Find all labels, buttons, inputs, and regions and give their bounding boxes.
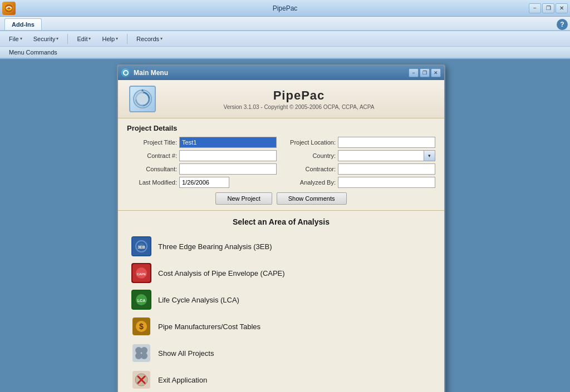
window-close[interactable]: ✕ — [431, 68, 441, 77]
analysis-item-exit[interactable]: Exit Application — [127, 366, 435, 392]
help-button[interactable]: ? — [557, 19, 568, 30]
project-location-row: Project Location: — [286, 137, 435, 148]
window-content: PipePac Version 3.1.03 - Copyright © 200… — [118, 80, 444, 392]
menu-commands[interactable]: Menu Commands — [4, 48, 62, 56]
window-controls: − ❐ ✕ — [409, 68, 441, 77]
contractor-label: Contractor: — [286, 166, 336, 172]
project-title-label: Project Title: — [127, 139, 177, 146]
contractor-input[interactable] — [338, 163, 435, 175]
menu-file[interactable]: File ▾ — [4, 34, 27, 43]
menu-edit[interactable]: Edit ▾ — [72, 34, 95, 43]
menu-records[interactable]: Records ▾ — [132, 34, 167, 43]
svg-point-20 — [141, 353, 148, 359]
project-buttons: New Project Show Comments — [127, 192, 435, 205]
contract-label: Contract #: — [127, 152, 177, 159]
analysis-item-cape[interactable]: CAPE Cost Analysis of Pipe Envelope (CAP… — [127, 260, 435, 286]
window-title: Main Menu — [134, 69, 168, 77]
ribbon-tabs: Add-Ins — [2, 17, 557, 30]
contract-row: Contract #: — [127, 150, 277, 161]
icon-3eb: 3EB — [131, 236, 151, 256]
icon-cost: $ — [131, 316, 151, 336]
window-icon-inner — [123, 70, 129, 76]
ribbon: Add-Ins ? — [0, 17, 570, 31]
icon-cape: CAPE — [131, 263, 151, 283]
restore-button[interactable]: ❐ — [542, 3, 554, 13]
right-col: Project Location: Country: ▾ Contractor: — [286, 137, 435, 188]
project-location-input[interactable] — [338, 137, 435, 148]
app-title: PipePac — [273, 4, 298, 12]
country-dropdown-btn[interactable]: ▾ — [424, 150, 435, 161]
new-project-button[interactable]: New Project — [215, 192, 272, 205]
country-label: Country: — [286, 152, 336, 159]
project-form: Project Title: Contract #: Consultant: — [127, 137, 435, 188]
app-main-title: PipePac — [165, 88, 433, 103]
app-subtitle: Version 3.1.03 - Copyright © 2005-2006 O… — [165, 104, 433, 110]
submenu-bar: Menu Commands — [0, 47, 570, 59]
analysis-section: Select an Area of Analysis 3EB Three Edg… — [118, 211, 444, 392]
label-3eb: Three Edge Bearing Analysis (3EB) — [158, 242, 272, 251]
menu-help[interactable]: Help ▾ — [97, 34, 122, 43]
records-arrow: ▾ — [160, 36, 163, 41]
icon-lca: LCA — [131, 290, 151, 310]
app-logo — [129, 86, 156, 112]
close-button[interactable]: ✕ — [556, 3, 568, 13]
last-modified-input[interactable] — [179, 177, 229, 188]
icon-projects — [131, 343, 151, 363]
svg-text:$: $ — [139, 322, 144, 331]
country-input[interactable] — [338, 150, 424, 161]
project-section: Project Details Project Title: Contract … — [118, 118, 444, 211]
svg-text:3EB: 3EB — [137, 245, 145, 249]
menu-separator-1 — [67, 34, 68, 44]
edit-arrow: ▾ — [89, 36, 91, 41]
svg-point-0 — [4, 4, 13, 13]
last-modified-label: Last Modified: — [127, 179, 177, 186]
project-title-input[interactable] — [179, 137, 277, 148]
show-comments-button[interactable]: Show Comments — [277, 192, 347, 205]
analysis-item-3eb[interactable]: 3EB Three Edge Bearing Analysis (3EB) — [127, 233, 435, 260]
security-arrow: ▾ — [56, 36, 58, 41]
window-restore[interactable]: ❐ — [420, 68, 430, 77]
window-title-left: Main Menu — [121, 68, 168, 77]
left-col: Project Title: Contract #: Consultant: — [127, 137, 277, 188]
window-icon — [121, 68, 130, 77]
last-modified-row: Last Modified: — [127, 177, 277, 188]
app-icon — [2, 2, 16, 15]
analyzed-by-label: Analyzed By: — [286, 179, 336, 186]
minimize-button[interactable]: − — [529, 3, 541, 13]
tab-addins[interactable]: Add-Ins — [4, 18, 42, 30]
main-window: Main Menu − ❐ ✕ — [117, 64, 445, 392]
svg-text:LCA: LCA — [137, 299, 145, 302]
window-minimize[interactable]: − — [409, 68, 419, 77]
help-arrow: ▾ — [116, 36, 118, 41]
title-bar: PipePac − ❐ ✕ — [0, 0, 570, 17]
label-cost: Pipe Manufacturers/Cost Tables — [158, 322, 261, 331]
project-location-label: Project Location: — [286, 139, 336, 146]
consultant-input[interactable] — [179, 163, 277, 175]
analysis-item-cost[interactable]: $ Pipe Manufacturers/Cost Tables — [127, 313, 435, 340]
label-cape: Cost Analysis of Pipe Envelope (CAPE) — [158, 269, 285, 277]
contractor-row: Contractor: — [286, 163, 435, 175]
desktop: Main Menu − ❐ ✕ — [0, 59, 570, 388]
analyzed-by-row: Analyzed By: — [286, 177, 435, 188]
file-arrow: ▾ — [20, 36, 22, 41]
label-lca: Life Cycle Analysis (LCA) — [158, 296, 239, 304]
analysis-item-projects[interactable]: Show All Projects — [127, 340, 435, 366]
country-field: ▾ — [338, 150, 435, 161]
country-row: Country: ▾ — [286, 150, 435, 161]
consultant-label: Consultant: — [127, 166, 177, 172]
title-bar-controls: − ❐ ✕ — [529, 3, 568, 13]
app-header-text: PipePac Version 3.1.03 - Copyright © 200… — [165, 88, 433, 110]
svg-rect-16 — [132, 344, 150, 362]
menu-separator-2 — [127, 34, 127, 44]
title-bar-left — [2, 2, 16, 15]
analysis-item-lca[interactable]: LCA Life Cycle Analysis (LCA) — [127, 286, 435, 313]
menu-security[interactable]: Security ▾ — [29, 34, 63, 43]
label-projects: Show All Projects — [158, 349, 214, 358]
window-titlebar: Main Menu − ❐ ✕ — [118, 66, 444, 80]
app-header: PipePac Version 3.1.03 - Copyright © 200… — [118, 80, 444, 118]
analyzed-by-input[interactable] — [338, 177, 435, 188]
contract-input[interactable] — [179, 150, 277, 161]
menu-bar: File ▾ Security ▾ Edit ▾ Help ▾ Records … — [0, 31, 570, 47]
project-section-title: Project Details — [127, 124, 435, 132]
project-title-row: Project Title: — [127, 137, 277, 148]
